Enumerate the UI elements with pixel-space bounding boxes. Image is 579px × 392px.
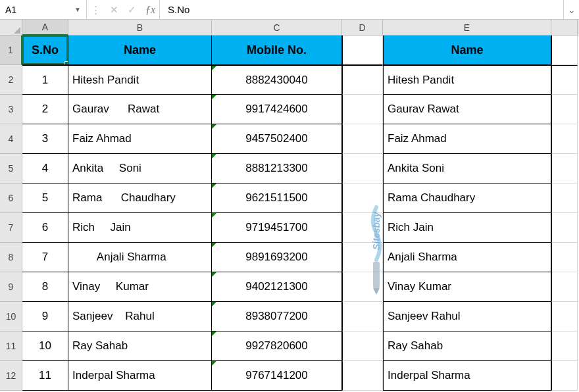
cell-D[interactable] — [342, 272, 383, 302]
cell-clean-name[interactable]: Ankita Soni — [383, 154, 551, 184]
cell-clean-name[interactable]: Vinay Kumar — [383, 272, 551, 302]
cell-F[interactable] — [551, 272, 578, 302]
cell-C1[interactable]: Mobile No. — [212, 36, 342, 65]
row-header[interactable]: 1 — [0, 36, 22, 65]
row-header[interactable]: 12 — [0, 361, 22, 391]
cell-sno[interactable]: 6 — [22, 213, 68, 243]
row-header[interactable]: 7 — [0, 213, 22, 243]
cell-name[interactable]: Ray Sahab — [68, 331, 212, 361]
cell-clean-name[interactable]: Ray Sahab — [383, 331, 551, 361]
cell-clean-name[interactable]: Rama Chaudhary — [383, 184, 551, 213]
row-header[interactable]: 4 — [0, 124, 22, 154]
cell-name[interactable]: Faiz Ahmad — [68, 124, 212, 154]
cell-name[interactable]: Hitesh Pandit — [68, 65, 212, 95]
cancel-formula-icon[interactable]: ✕ — [110, 4, 118, 16]
cell-sno[interactable]: 2 — [22, 95, 68, 124]
row-header[interactable]: 9 — [0, 272, 22, 302]
cell-mobile[interactable]: 9917424600 — [212, 95, 342, 124]
col-header-B[interactable]: B — [68, 20, 212, 36]
cell-clean-name[interactable]: Gaurav Rawat — [383, 95, 551, 124]
row-header[interactable]: 11 — [0, 331, 22, 361]
cell-A1[interactable]: S.No — [22, 36, 68, 65]
col-header-D[interactable]: D — [342, 20, 383, 36]
cell-F[interactable] — [551, 154, 578, 184]
row-header[interactable]: 8 — [0, 243, 22, 272]
cell-name[interactable]: Vinay Kumar — [68, 272, 212, 302]
cell-D[interactable] — [342, 331, 383, 361]
cell-F[interactable] — [551, 213, 578, 243]
cell-B1[interactable]: Name — [68, 36, 212, 65]
formula-dots-icon[interactable]: ⋮ — [91, 4, 101, 16]
name-box-dropdown-icon[interactable]: ▼ — [74, 6, 81, 13]
cell-sno[interactable]: 3 — [22, 124, 68, 154]
cell-D[interactable] — [342, 95, 383, 124]
cell-mobile[interactable]: 8881213300 — [212, 154, 342, 184]
cell-F[interactable] — [551, 65, 578, 95]
col-header-E[interactable]: E — [383, 20, 551, 36]
cell-F[interactable] — [551, 95, 578, 124]
cell-mobile[interactable]: 9457502400 — [212, 124, 342, 154]
cell-name[interactable]: Inderpal Sharma — [68, 361, 212, 391]
cell-D[interactable] — [342, 154, 383, 184]
cell-D[interactable] — [342, 213, 383, 243]
cell-mobile[interactable]: 9402121300 — [212, 272, 342, 302]
cell-sno[interactable]: 8 — [22, 272, 68, 302]
row-header[interactable]: 10 — [0, 302, 22, 331]
cell-F[interactable] — [551, 361, 578, 391]
cell-D[interactable] — [342, 243, 383, 272]
col-header-A[interactable]: A — [22, 20, 68, 36]
cell-name[interactable]: Sanjeev Rahul — [68, 302, 212, 331]
row-header[interactable]: 3 — [0, 95, 22, 124]
cell-sno[interactable]: 1 — [22, 65, 68, 95]
cell-F[interactable] — [551, 331, 578, 361]
cell-sno[interactable]: 4 — [22, 154, 68, 184]
cell-clean-name[interactable]: Faiz Ahmad — [383, 124, 551, 154]
cell-mobile[interactable]: 9891693200 — [212, 243, 342, 272]
cell-mobile[interactable]: 9719451700 — [212, 213, 342, 243]
enter-formula-icon[interactable]: ✓ — [128, 4, 136, 16]
formula-bar-row: A1 ▼ ⋮ ✕ ✓ ƒx ⌄ — [0, 0, 579, 20]
row-header[interactable]: 2 — [0, 65, 22, 95]
cell-sno[interactable]: 10 — [22, 331, 68, 361]
cell-clean-name[interactable]: Hitesh Pandit — [383, 65, 551, 95]
formula-bar-input[interactable] — [160, 0, 563, 19]
cell-clean-name[interactable]: Anjali Sharma — [383, 243, 551, 272]
cell-name[interactable]: Ankita Soni — [68, 154, 212, 184]
cell-F[interactable] — [551, 124, 578, 154]
cell-D[interactable] — [342, 361, 383, 391]
cell-clean-name[interactable]: Inderpal Sharma — [383, 361, 551, 391]
cell-name[interactable]: Anjali Sharma — [68, 243, 212, 272]
cell-mobile[interactable]: 9927820600 — [212, 331, 342, 361]
cell-sno[interactable]: 5 — [22, 184, 68, 213]
row-header[interactable]: 5 — [0, 154, 22, 184]
select-all-corner[interactable] — [0, 20, 22, 36]
cell-clean-name[interactable]: Sanjeev Rahul — [383, 302, 551, 331]
cell-D1[interactable] — [342, 36, 383, 65]
cell-D[interactable] — [342, 184, 383, 213]
insert-function-icon[interactable]: ƒx — [145, 4, 155, 16]
cell-F[interactable] — [551, 302, 578, 331]
cell-E1[interactable]: Name — [383, 36, 551, 65]
cell-mobile[interactable]: 9621511500 — [212, 184, 342, 213]
cell-mobile[interactable]: 8882430040 — [212, 65, 342, 95]
cell-D[interactable] — [342, 65, 383, 95]
cell-mobile[interactable]: 9767141200 — [212, 361, 342, 391]
col-header-extra[interactable] — [551, 20, 578, 36]
cell-sno[interactable]: 11 — [22, 361, 68, 391]
row-header[interactable]: 6 — [0, 184, 22, 213]
cell-name[interactable]: Rama Chaudhary — [68, 184, 212, 213]
cell-clean-name[interactable]: Rich Jain — [383, 213, 551, 243]
cell-sno[interactable]: 7 — [22, 243, 68, 272]
formula-bar-expand-icon[interactable]: ⌄ — [563, 0, 579, 19]
cell-F[interactable] — [551, 184, 578, 213]
cell-mobile[interactable]: 8938077200 — [212, 302, 342, 331]
cell-D[interactable] — [342, 124, 383, 154]
cell-name[interactable]: Gaurav Rawat — [68, 95, 212, 124]
cell-F[interactable] — [551, 243, 578, 272]
name-box[interactable]: A1 ▼ — [0, 0, 87, 19]
cell-name[interactable]: Rich Jain — [68, 213, 212, 243]
cell-F1[interactable] — [551, 36, 578, 65]
col-header-C[interactable]: C — [212, 20, 342, 36]
cell-D[interactable] — [342, 302, 383, 331]
cell-sno[interactable]: 9 — [22, 302, 68, 331]
